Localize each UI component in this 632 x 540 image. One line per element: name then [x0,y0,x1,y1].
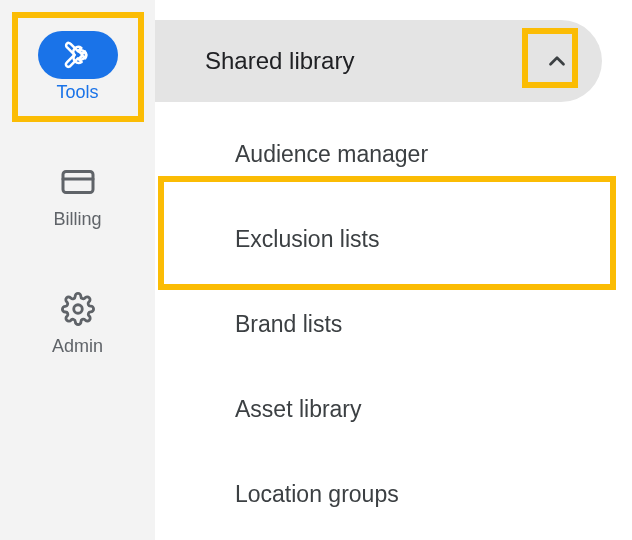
menu-item-label: Location groups [235,481,399,508]
sidebar: Tools Billing Admin [0,0,155,540]
shared-library-menu: Audience manager Exclusion lists Brand l… [155,112,632,537]
gear-icon [61,292,95,326]
admin-icon-wrap [61,286,95,332]
sidebar-item-billing[interactable]: Billing [0,147,155,244]
menu-item-location-groups[interactable]: Location groups [155,452,632,537]
tools-icon-wrap [38,32,118,78]
sidebar-billing-label: Billing [53,209,101,230]
svg-rect-0 [63,172,93,193]
wrench-icon [63,40,93,70]
sidebar-item-tools[interactable]: Tools [0,20,155,117]
billing-icon-wrap [60,159,96,205]
credit-card-icon [60,164,96,200]
sidebar-item-admin[interactable]: Admin [0,274,155,371]
collapse-button[interactable] [532,36,582,86]
main-panel: Shared library Audience manager Exclusio… [155,0,632,540]
menu-item-exclusion-lists[interactable]: Exclusion lists [155,197,632,282]
sidebar-tools-label: Tools [56,82,98,103]
svg-point-2 [73,305,82,314]
menu-item-audience-manager[interactable]: Audience manager [155,112,632,197]
menu-item-label: Brand lists [235,311,342,338]
menu-item-label: Audience manager [235,141,428,168]
menu-item-label: Exclusion lists [235,226,379,253]
menu-item-asset-library[interactable]: Asset library [155,367,632,452]
sidebar-admin-label: Admin [52,336,103,357]
menu-item-label: Asset library [235,396,362,423]
tools-pill [38,31,118,79]
chevron-up-icon [544,48,570,74]
shared-library-title: Shared library [205,47,532,75]
menu-item-brand-lists[interactable]: Brand lists [155,282,632,367]
shared-library-header[interactable]: Shared library [155,20,602,102]
